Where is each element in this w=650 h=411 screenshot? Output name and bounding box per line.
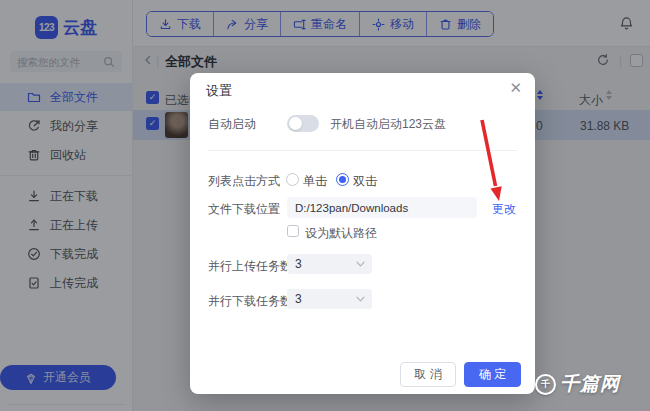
cancel-button[interactable]: 取 消 (400, 362, 456, 387)
radio-double-label[interactable]: 双击 (353, 173, 377, 190)
select-value: 3 (295, 292, 302, 306)
download-path-input[interactable] (287, 197, 477, 218)
parallel-download-select[interactable]: 3 (287, 289, 372, 309)
radio-single-click[interactable] (286, 173, 299, 186)
chevron-down-icon (356, 261, 365, 267)
toggle-knob (289, 117, 302, 130)
change-path-link[interactable]: 更改 (492, 201, 516, 218)
close-icon[interactable]: ✕ (509, 80, 522, 95)
dialog-title: 设置 (206, 82, 232, 100)
watermark: 千 千篇网 (535, 371, 620, 397)
default-path-checkbox[interactable] (287, 225, 299, 237)
autostart-toggle[interactable] (287, 115, 319, 132)
default-path-label[interactable]: 设为默认路径 (305, 225, 377, 242)
watermark-icon: 千 (535, 374, 556, 395)
app-window: 123 云盘 全部文件 我的分享 回收站 (0, 0, 650, 411)
select-value: 3 (295, 257, 302, 271)
click-mode-label: 列表点击方式 (208, 173, 280, 190)
parallel-upload-select[interactable]: 3 (287, 254, 372, 274)
chevron-down-icon (356, 296, 365, 302)
dialog-divider (208, 150, 517, 151)
confirm-button[interactable]: 确 定 (464, 362, 521, 387)
watermark-text: 千篇网 (560, 371, 620, 397)
autostart-desc: 开机自动启动123云盘 (330, 116, 446, 133)
autostart-label: 自动启动 (208, 116, 256, 133)
download-path-label: 文件下载位置 (208, 201, 280, 218)
radio-double-click[interactable] (336, 173, 349, 186)
radio-single-label[interactable]: 单击 (303, 173, 327, 190)
settings-dialog: 设置 ✕ 自动启动 开机自动启动123云盘 列表点击方式 单击 双击 文件下载位… (190, 73, 535, 394)
